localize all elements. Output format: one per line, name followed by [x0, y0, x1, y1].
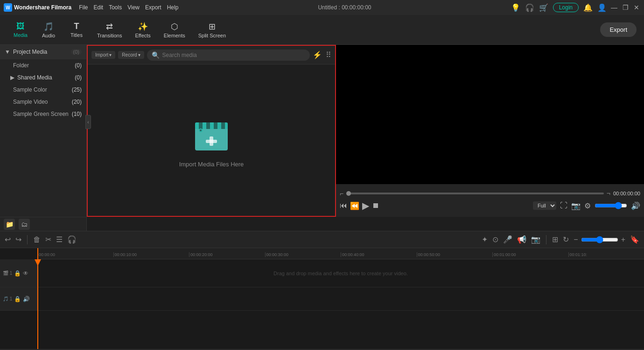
settings-button[interactable]: ⚙	[584, 201, 591, 210]
headphone-icon[interactable]: 🎧	[525, 3, 534, 12]
ruler-mark-2: 00:00:20:00	[189, 252, 265, 257]
audio-mute-icon[interactable]: 🔊	[23, 296, 30, 302]
search-input[interactable]	[162, 52, 305, 58]
eye-icon[interactable]: 👁	[23, 270, 28, 277]
menu-export[interactable]: Export	[145, 4, 161, 11]
export-button[interactable]: Export	[600, 22, 637, 37]
sidebar-item-sample-video[interactable]: Sample Video (20)	[0, 96, 86, 108]
step-back-button[interactable]: ⏮	[340, 201, 347, 210]
out-point-button[interactable]: ¬	[607, 190, 610, 197]
zoom-in-button[interactable]: +	[620, 235, 626, 245]
import-label: Import	[95, 52, 108, 57]
login-button[interactable]: Login	[553, 3, 579, 12]
preview-time-display: 00:00:00:00	[613, 191, 640, 196]
audio-track-content-1[interactable]	[37, 287, 644, 310]
sidebar-item-sample-color[interactable]: Sample Color (25)	[0, 84, 86, 96]
app-name: Wondershare Filmora	[14, 4, 71, 11]
svg-rect-3	[206, 122, 210, 129]
menu-view[interactable]: View	[127, 4, 140, 11]
sample-green-screen-label: Sample Green Screen	[13, 111, 69, 117]
toolbar-audio[interactable]: 🎵 Audio	[35, 19, 62, 41]
sidebar-item-folder[interactable]: Folder (0)	[0, 59, 86, 71]
adjust-button[interactable]: ☰	[55, 234, 63, 245]
cart-icon[interactable]: 🛒	[539, 3, 548, 12]
header-icons: 💡 🎧 🛒 Login 🔔 👤	[511, 3, 607, 12]
voiceover-button[interactable]: 📢	[516, 234, 527, 245]
import-button[interactable]: Import ▾	[91, 51, 115, 59]
menu-file[interactable]: File	[79, 4, 88, 11]
grid-icon[interactable]: ⠿	[326, 50, 331, 59]
toolbar-media[interactable]: 🖼 Media	[7, 19, 34, 41]
delete-button[interactable]: 🗑	[32, 235, 42, 245]
preview-timeline-bar[interactable]	[346, 193, 604, 194]
filter-icon[interactable]: ⚡	[313, 50, 322, 59]
volume-slider[interactable]	[595, 202, 627, 209]
sidebar-collapse-button[interactable]: ‹	[85, 115, 91, 129]
quality-select[interactable]: Full 1/2 1/4	[533, 201, 556, 210]
media-content-area[interactable]: Import Media Files Here	[88, 64, 335, 216]
redo-button[interactable]: ↪	[14, 234, 22, 245]
sidebar-item-sample-green-screen[interactable]: Sample Green Screen (10)	[0, 108, 86, 120]
ruler-mark-1: 00:00:10:00	[113, 252, 189, 257]
timeline-content: 00:00:00 00:00:10:00 00:00:20:00 00:00:3…	[0, 248, 644, 349]
menu-tools[interactable]: Tools	[109, 4, 122, 11]
menu-edit[interactable]: Edit	[93, 4, 103, 11]
sample-green-screen-count: (10)	[72, 111, 82, 117]
video-track-content-1[interactable]: Drag and drop media and effects here to …	[37, 259, 644, 287]
play-button[interactable]: ▶	[362, 200, 369, 211]
import-dropdown-icon[interactable]: ▾	[109, 52, 112, 57]
add-marker-button[interactable]: 🔖	[629, 234, 640, 245]
minimize-button[interactable]: —	[610, 4, 618, 11]
fullscreen-button[interactable]: ⛶	[560, 201, 567, 210]
svg-rect-2	[199, 122, 203, 129]
camera-button[interactable]: 📷	[530, 234, 541, 245]
zoom-out-button[interactable]: −	[573, 235, 579, 245]
sidebar-bottom-handle: 📁 🗂	[0, 217, 87, 231]
app-icon: W	[4, 3, 12, 12]
snapshot-button[interactable]: 📷	[571, 201, 581, 210]
loop-button[interactable]: ↻	[562, 234, 570, 245]
sidebar-item-project-media[interactable]: ▼ Project Media (0)	[0, 45, 86, 59]
sidebar: ▼ Project Media (0) Folder (0) ▶ Shared …	[0, 45, 87, 217]
close-button[interactable]: ✕	[633, 4, 640, 11]
menu-help[interactable]: Help	[167, 4, 179, 11]
notifications-icon[interactable]: 🔔	[583, 3, 593, 12]
magnet-button[interactable]: ✦	[481, 234, 489, 245]
toolbar-splitscreen[interactable]: ⊞ Split Screen	[193, 19, 231, 41]
audio-detach-button[interactable]: 🎧	[66, 234, 77, 245]
stop-button[interactable]: ⏹	[372, 201, 379, 210]
svg-rect-7	[206, 140, 217, 143]
undo-button[interactable]: ↩	[4, 234, 12, 245]
microphone-button[interactable]: 🎤	[502, 234, 513, 245]
toolbar-audio-label: Audio	[42, 33, 55, 38]
toolbar-titles[interactable]: T Titles	[63, 19, 90, 41]
fit-button[interactable]: ⊞	[551, 234, 559, 245]
remove-folder-button[interactable]: 🗂	[19, 219, 30, 230]
media-toolbar-icon: 🖼	[16, 21, 25, 31]
toolbar-media-label: Media	[14, 32, 28, 38]
import-empty-label: Import Media Files Here	[179, 161, 244, 168]
record-dropdown-icon[interactable]: ▾	[138, 52, 140, 57]
toolbar-transitions[interactable]: ⇄ Transitions	[91, 19, 127, 41]
maximize-button[interactable]: ❐	[622, 4, 629, 11]
toolbar-effects[interactable]: ✨ Effects	[129, 19, 156, 41]
frame-back-button[interactable]: ⏪	[350, 201, 359, 210]
volume-icon[interactable]: 🔊	[631, 201, 640, 210]
audio-lock-icon[interactable]: 🔒	[14, 296, 21, 302]
video-track-header-1: 🎬 1 🔒 👁	[0, 259, 37, 287]
clip-info-button[interactable]: ⊙	[491, 234, 499, 245]
zoom-slider[interactable]	[581, 236, 618, 243]
toolbar-elements[interactable]: ⬡ Elements	[158, 19, 191, 41]
record-button[interactable]: Record ▾	[118, 51, 144, 59]
audio-track-header-1: 🎵 1 🔒 🔊	[0, 287, 37, 310]
lock-icon[interactable]: 🔒	[14, 270, 21, 277]
bulb-icon[interactable]: 💡	[511, 3, 520, 12]
add-folder-button[interactable]: 📁	[4, 219, 15, 230]
in-point-button[interactable]: ⌐	[340, 190, 343, 197]
account-icon[interactable]: 👤	[597, 3, 607, 12]
sidebar-item-shared-media[interactable]: ▶ Shared Media (0)	[0, 71, 86, 84]
cut-button[interactable]: ✂	[44, 234, 52, 245]
toolbar-separator-2	[546, 235, 546, 244]
record-label: Record	[122, 52, 137, 57]
project-media-label: Project Media	[13, 49, 47, 55]
